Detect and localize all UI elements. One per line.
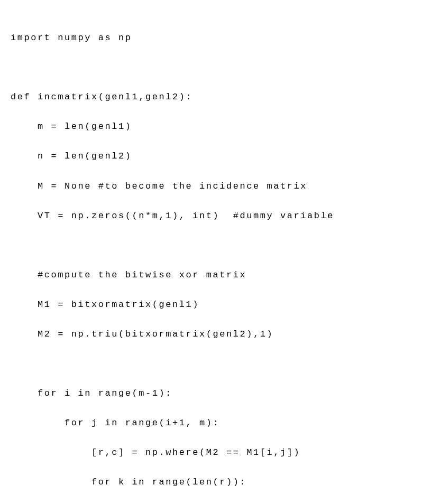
code-line: import numpy as np (11, 31, 430, 45)
code-line (11, 357, 430, 371)
code-line (11, 238, 430, 253)
code-line: #compute the bitwise xor matrix (11, 268, 430, 283)
code-line: M = None #to become the incidence matrix (11, 179, 430, 194)
code-line: for j in range(i+1, m): (11, 416, 430, 431)
code-line (11, 60, 430, 75)
code-line: M2 = np.triu(bitxormatrix(genl2),1) (11, 327, 430, 342)
code-line: for k in range(len(r)): (11, 475, 430, 490)
code-line: M1 = bitxormatrix(genl1) (11, 297, 430, 312)
code-line: m = len(genl1) (11, 119, 430, 134)
code-line: def incmatrix(genl1,genl2): (11, 90, 430, 105)
code-line: VT = np.zeros((n*m,1), int) #dummy varia… (11, 209, 430, 223)
code-block: import numpy as np def incmatrix(genl1,g… (11, 16, 430, 504)
code-line: n = len(genl2) (11, 149, 430, 164)
code-line: for i in range(m-1): (11, 386, 430, 401)
code-line: [r,c] = np.where(M2 == M1[i,j]) (11, 445, 430, 460)
